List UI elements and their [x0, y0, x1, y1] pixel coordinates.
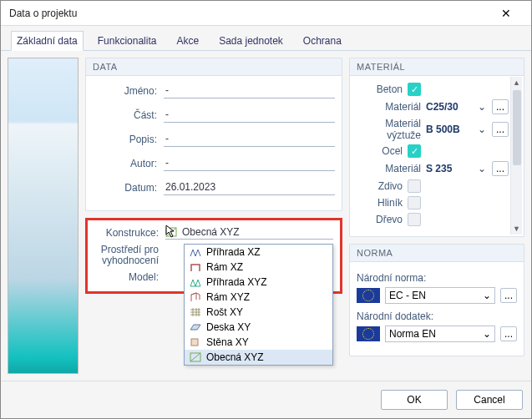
tab-functionality[interactable]: Funkcionalita: [92, 31, 163, 50]
dd-item-ram-xyz[interactable]: Rám XYZ: [185, 290, 332, 305]
checkbox-drevo[interactable]: [408, 213, 421, 226]
scroll-up-icon[interactable]: ▲: [511, 77, 522, 88]
frame-xz-icon: [190, 262, 201, 272]
cancel-button[interactable]: Cancel: [456, 390, 523, 410]
norma-panel-header: NORMA: [350, 245, 524, 262]
dd-item-obecna-xyz[interactable]: Obecná XYZ: [185, 350, 332, 365]
select-narodni-dodatek[interactable]: Norma EN⌄: [385, 326, 495, 342]
dd-item-deska-xy[interactable]: Deska XY: [185, 320, 332, 335]
general-xyz-icon: [190, 352, 201, 362]
decorative-building-image: [8, 58, 79, 374]
checkbox-beton[interactable]: ✓: [408, 83, 421, 96]
material-scrollbar[interactable]: ▲ ▼: [510, 77, 522, 235]
mat-value-b500b: B 500B: [426, 124, 472, 135]
dots-vyztuz[interactable]: ...: [492, 122, 509, 137]
combo-konstrukce[interactable]: Obecná XYZ: [165, 225, 333, 240]
svg-line-6: [190, 353, 200, 361]
content-area: DATA Jméno: Část: Popis: Au: [1, 51, 531, 381]
select-narodni-norma[interactable]: EC - EN⌄: [385, 287, 495, 304]
data-panel: DATA Jméno: Část: Popis: Au: [85, 58, 342, 211]
close-icon: ✕: [501, 7, 511, 20]
dd-item-prihrada-xz[interactable]: Příhrada XZ: [185, 245, 332, 260]
titlebar: Data o projektu ✕: [1, 1, 531, 26]
window-title: Data o projektu: [9, 8, 77, 19]
mat-label-hlinik: Hliník: [357, 197, 403, 209]
label-cast: Část:: [93, 109, 164, 121]
label-narodni-dodatek: Národní dodatek:: [357, 310, 517, 322]
eu-flag-icon-2: [357, 326, 380, 341]
label-model: Model:: [94, 271, 165, 283]
tab-actions[interactable]: Akce: [170, 31, 205, 50]
norma-panel: NORMA Národní norma: EC - EN⌄ ... Národn…: [349, 244, 524, 356]
dd-item-prihrada-xyz[interactable]: Příhrada XYZ: [185, 275, 332, 290]
project-data-dialog: Data o projektu ✕ Základní data Funkcion…: [0, 0, 532, 419]
mat-label-zdivo: Zdivo: [357, 180, 403, 192]
construction-panel: Konstrukce: Obecná XYZ Prostředí pro vyh…: [85, 218, 342, 294]
caret-material2[interactable]: ⌄: [477, 163, 487, 174]
input-autor[interactable]: [164, 155, 335, 171]
tab-bar: Základní data Funkcionalita Akce Sada je…: [1, 26, 531, 51]
footer: OK Cancel: [1, 381, 531, 418]
label-autor: Autor:: [93, 158, 164, 169]
eu-flag-icon: [357, 288, 380, 303]
mat-label-material2: Materiál: [357, 163, 421, 174]
material-panel-header: MATERIÁL: [350, 58, 524, 76]
label-popis: Popis:: [93, 134, 164, 145]
data-panel-header: DATA: [86, 58, 342, 76]
caret-material1[interactable]: ⌄: [477, 101, 487, 113]
truss-xyz-icon: [190, 277, 201, 287]
label-narodni-norma: Národní norma:: [357, 272, 517, 284]
right-column: MATERIÁL Beton✓ MateriálC25/30⌄... Mater…: [349, 58, 524, 374]
checkbox-zdivo[interactable]: [408, 179, 421, 193]
tab-protection[interactable]: Ochrana: [297, 31, 347, 50]
dots-material2[interactable]: ...: [492, 161, 509, 176]
checkbox-hlinik[interactable]: [408, 196, 421, 210]
tab-basic-data[interactable]: Základní data: [11, 31, 84, 51]
tab-units[interactable]: Sada jednotek: [213, 31, 289, 50]
mat-label-drevo: Dřevo: [357, 214, 403, 225]
wall-xy-icon: [190, 337, 201, 347]
input-popis[interactable]: [164, 131, 335, 147]
input-jmeno[interactable]: [164, 83, 335, 98]
svg-rect-4: [191, 339, 198, 346]
input-cast[interactable]: [164, 107, 335, 123]
center-column: DATA Jméno: Část: Popis: Au: [85, 58, 342, 374]
truss-xz-icon: [190, 247, 201, 257]
mat-value-s235: S 235: [426, 163, 472, 174]
mat-label-ocel: Ocel: [357, 145, 403, 157]
dots-norma2[interactable]: ...: [500, 326, 517, 341]
mat-value-c2530: C25/30: [426, 101, 472, 113]
dropdown-konstrukce[interactable]: Příhrada XZ Rám XZ Příhrada XYZ Rám XYZ …: [184, 244, 333, 366]
chevron-down-icon: ⌄: [483, 328, 491, 340]
ok-button[interactable]: OK: [381, 390, 448, 410]
dd-item-rost-xy[interactable]: Rošt XY: [185, 305, 332, 320]
cursor-icon: [165, 225, 177, 240]
mat-label-vyztuz: Materiál výztuže: [357, 118, 421, 141]
svg-marker-3: [190, 325, 200, 330]
mat-label-beton: Beton: [357, 83, 403, 95]
label-jmeno: Jméno:: [93, 85, 164, 97]
input-datum[interactable]: [164, 179, 335, 195]
dd-item-ram-xz[interactable]: Rám XZ: [185, 260, 332, 275]
dd-item-stena-xy[interactable]: Stěna XY: [185, 335, 332, 350]
label-datum: Datum:: [93, 182, 164, 194]
scroll-thumb[interactable]: [513, 90, 521, 165]
scroll-down-icon[interactable]: ▼: [511, 223, 522, 235]
caret-vyztuz[interactable]: ⌄: [477, 124, 487, 135]
checkbox-ocel[interactable]: ✓: [408, 144, 421, 158]
label-prostredi: Prostředí pro vyhodnocení: [94, 245, 165, 266]
chevron-down-icon: ⌄: [483, 290, 491, 301]
label-konstrukce: Konstrukce:: [94, 227, 165, 239]
close-button[interactable]: ✕: [489, 2, 523, 25]
dots-norma1[interactable]: ...: [500, 288, 517, 303]
frame-xyz-icon: [190, 292, 201, 302]
grid-xy-icon: [190, 307, 201, 317]
dots-material1[interactable]: ...: [492, 99, 509, 114]
combo-value: Obecná XYZ: [182, 226, 240, 238]
material-panel: MATERIÁL Beton✓ MateriálC25/30⌄... Mater…: [349, 58, 524, 237]
plate-xy-icon: [190, 322, 201, 332]
mat-label-material1: Materiál: [357, 101, 421, 113]
